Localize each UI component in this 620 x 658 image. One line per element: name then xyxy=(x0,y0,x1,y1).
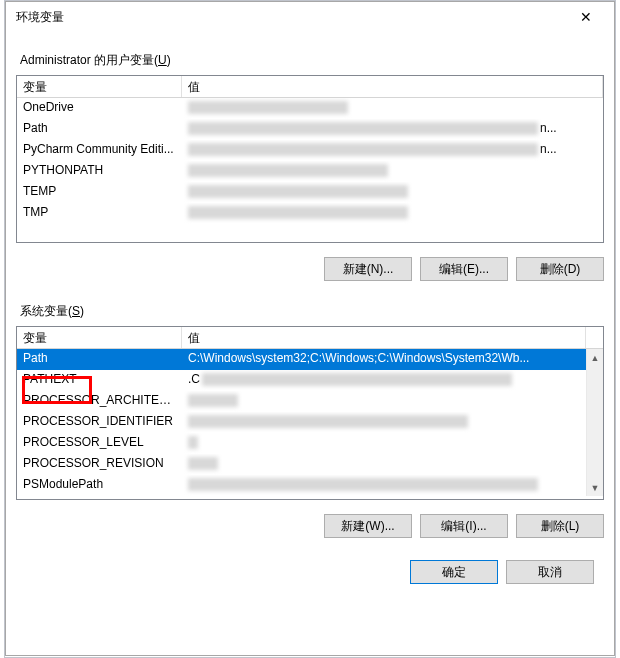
var-name: PROCESSOR_REVISION xyxy=(17,454,182,475)
table-row[interactable]: PATHEXT.C xyxy=(17,370,586,391)
col-variable[interactable]: 变量 xyxy=(17,327,182,348)
user-vars-label: Administrator 的用户变量(U) xyxy=(20,52,604,69)
var-name: PROCESSOR_IDENTIFIER xyxy=(17,412,182,433)
var-value: n... xyxy=(182,119,603,140)
var-name: TMP xyxy=(17,203,182,224)
window-title: 环境变量 xyxy=(16,9,563,26)
var-name: TEMP xyxy=(17,182,182,203)
table-row[interactable]: PROCESSOR_REVISION xyxy=(17,454,586,475)
user-vars-buttons: 新建(N)... 编辑(E)... 删除(D) xyxy=(16,257,604,281)
system-delete-button[interactable]: 删除(L) xyxy=(516,514,604,538)
var-name: PYTHONPATH xyxy=(17,161,182,182)
col-value[interactable]: 值 xyxy=(182,76,603,97)
ok-button[interactable]: 确定 xyxy=(410,560,498,584)
table-row[interactable]: TEMP xyxy=(17,182,603,203)
cancel-button[interactable]: 取消 xyxy=(506,560,594,584)
system-edit-button[interactable]: 编辑(I)... xyxy=(420,514,508,538)
table-row[interactable]: PYTHONPATH xyxy=(17,161,603,182)
var-value xyxy=(182,391,586,412)
var-value xyxy=(182,475,586,496)
system-vars-table: 变量 值 PathC:\Windows\system32;C:\Windows;… xyxy=(16,326,604,500)
var-value xyxy=(182,203,603,224)
table-row[interactable]: Pathn... xyxy=(17,119,603,140)
var-value xyxy=(182,161,603,182)
table-row[interactable]: PSModulePath xyxy=(17,475,586,496)
var-value: C:\Windows\system32;C:\Windows;C:\Window… xyxy=(182,349,586,370)
scrollbar-header xyxy=(586,327,603,348)
var-value xyxy=(182,182,603,203)
table-row[interactable]: PyCharm Community Editi...n... xyxy=(17,140,603,161)
var-name: OneDrive xyxy=(17,98,182,119)
col-value[interactable]: 值 xyxy=(182,327,586,348)
user-vars-header: 变量 值 xyxy=(17,76,603,98)
var-value: .C xyxy=(182,370,586,391)
scroll-up-icon[interactable]: ▲ xyxy=(587,349,603,366)
col-variable[interactable]: 变量 xyxy=(17,76,182,97)
user-new-button[interactable]: 新建(N)... xyxy=(324,257,412,281)
var-value xyxy=(182,433,586,454)
var-value xyxy=(182,412,586,433)
var-name: PSModulePath xyxy=(17,475,182,496)
table-row[interactable]: PathC:\Windows\system32;C:\Windows;C:\Wi… xyxy=(17,349,586,370)
dialog-buttons: 确定 取消 xyxy=(16,560,594,584)
system-vars-buttons: 新建(W)... 编辑(I)... 删除(L) xyxy=(16,514,604,538)
user-edit-button[interactable]: 编辑(E)... xyxy=(420,257,508,281)
system-new-button[interactable]: 新建(W)... xyxy=(324,514,412,538)
var-name: Path xyxy=(17,349,182,370)
close-icon[interactable]: ✕ xyxy=(563,2,608,32)
scrollbar[interactable]: ▲ ▼ xyxy=(586,349,603,496)
var-value xyxy=(182,98,603,119)
var-value xyxy=(182,454,586,475)
var-name: PROCESSOR_ARCHITECT... xyxy=(17,391,182,412)
table-row[interactable]: PROCESSOR_ARCHITECT... xyxy=(17,391,586,412)
var-name: PyCharm Community Editi... xyxy=(17,140,182,161)
var-name: PROCESSOR_LEVEL xyxy=(17,433,182,454)
titlebar[interactable]: 环境变量 ✕ xyxy=(6,2,614,32)
var-value: n... xyxy=(182,140,603,161)
table-row[interactable]: TMP xyxy=(17,203,603,224)
system-vars-label: 系统变量(S) xyxy=(20,303,604,320)
system-vars-header: 变量 值 xyxy=(17,327,603,349)
user-vars-table: 变量 值 OneDrivePathn...PyCharm Community E… xyxy=(16,75,604,243)
scroll-down-icon[interactable]: ▼ xyxy=(587,479,603,496)
table-row[interactable]: PROCESSOR_LEVEL xyxy=(17,433,586,454)
table-row[interactable]: PROCESSOR_IDENTIFIER xyxy=(17,412,586,433)
var-name: PATHEXT xyxy=(17,370,182,391)
user-delete-button[interactable]: 删除(D) xyxy=(516,257,604,281)
var-name: Path xyxy=(17,119,182,140)
table-row[interactable]: OneDrive xyxy=(17,98,603,119)
env-vars-dialog: 环境变量 ✕ Administrator 的用户变量(U) 变量 值 OneDr… xyxy=(5,1,615,656)
